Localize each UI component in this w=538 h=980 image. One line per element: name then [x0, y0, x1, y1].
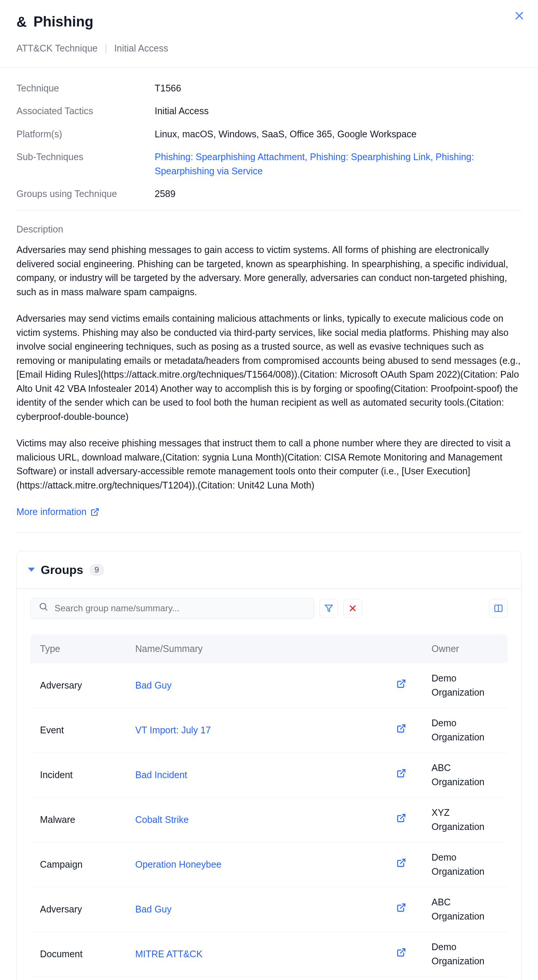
- description-divider: [16, 533, 522, 533]
- external-link-icon: [90, 508, 99, 517]
- table-row: AdversaryBad GuyDemo Organization: [30, 663, 508, 708]
- svg-line-11: [401, 725, 405, 729]
- page-header: & Phishing ATT&CK Technique | Initial Ac…: [0, 0, 538, 68]
- cell-name-link[interactable]: Bad Guy: [135, 904, 171, 914]
- groups-using-label: Groups using Technique: [16, 187, 147, 201]
- groups-header: Groups 9: [17, 551, 521, 589]
- breadcrumb-separator: |: [105, 43, 107, 53]
- cell-name-link[interactable]: Bad Incident: [135, 770, 187, 780]
- description-body: Adversaries may send phishing messages t…: [16, 243, 522, 492]
- close-icon: [514, 10, 525, 21]
- cell-name-link[interactable]: Operation Honeybee: [135, 859, 222, 870]
- col-header-type[interactable]: Type: [30, 635, 126, 663]
- more-info-label: More information: [16, 505, 87, 519]
- cell-type: Adversary: [30, 663, 126, 708]
- groups-panel: Groups 9 Type: [16, 551, 522, 980]
- platforms-label: Platform(s): [16, 127, 147, 142]
- more-info-link[interactable]: More information: [16, 505, 99, 519]
- table-row: EventVT Import: July 17Demo Organization: [30, 708, 508, 753]
- info-divider: [16, 210, 522, 210]
- clear-filter-button[interactable]: [343, 599, 362, 617]
- cell-type: Incident: [30, 753, 126, 797]
- svg-line-16: [401, 949, 405, 953]
- info-table: Technique T1566 Associated Tactics Initi…: [16, 68, 522, 201]
- svg-marker-5: [325, 605, 332, 611]
- table-row: CampaignOperation HoneybeeDemo Organizat…: [30, 842, 508, 887]
- cell-type: Document: [30, 932, 126, 977]
- cell-name-link[interactable]: Cobalt Strike: [135, 814, 189, 825]
- table-row: MalwareCobalt StrikeXYZ Organization: [30, 797, 508, 842]
- clear-icon: [348, 603, 358, 613]
- cell-type: Adversary: [30, 887, 126, 932]
- collapse-toggle-icon[interactable]: [28, 568, 35, 572]
- filter-icon: [324, 603, 334, 613]
- groups-using-value: 2589: [155, 187, 522, 201]
- columns-button[interactable]: [489, 599, 508, 617]
- svg-line-12: [401, 770, 405, 774]
- svg-line-2: [94, 509, 98, 513]
- technique-type-icon: &: [16, 15, 27, 29]
- open-external-button[interactable]: [396, 948, 406, 957]
- close-button[interactable]: [512, 8, 527, 23]
- groups-toolbar: [17, 589, 521, 627]
- table-row: DocumentMITRE ATT&CKDemo Organization: [30, 932, 508, 977]
- cell-type: Threat: [30, 977, 126, 980]
- search-input[interactable]: [30, 598, 314, 619]
- technique-label: Technique: [16, 81, 147, 95]
- cell-owner: Demo Organization: [422, 932, 508, 977]
- cell-name-link[interactable]: VT Import: July 17: [135, 725, 211, 735]
- svg-line-14: [401, 859, 405, 864]
- svg-line-4: [45, 608, 47, 610]
- cell-owner: ABC Organization: [422, 753, 508, 797]
- description-para: Adversaries may send phishing messages t…: [16, 243, 522, 299]
- subtechniques-link[interactable]: Phishing: Spearphishing Attachment, Phis…: [155, 151, 474, 176]
- col-header-owner[interactable]: Owner: [422, 635, 508, 663]
- open-external-button[interactable]: [396, 679, 406, 689]
- table-row: ThreatT1566 PhishingDemo Organization: [30, 977, 508, 980]
- description-label: Description: [16, 223, 522, 237]
- groups-table: Type Name/Summary Owner AdversaryBad Guy…: [30, 635, 508, 980]
- table-row: IncidentBad IncidentABC Organization: [30, 753, 508, 797]
- tactics-label: Associated Tactics: [16, 104, 147, 118]
- open-external-button[interactable]: [396, 813, 406, 823]
- cell-owner: Demo Organization: [422, 708, 508, 753]
- cell-owner: Demo Organization: [422, 842, 508, 887]
- cell-owner: Demo Organization: [422, 663, 508, 708]
- tactics-value: Initial Access: [155, 104, 522, 118]
- open-external-button[interactable]: [396, 903, 406, 912]
- filter-button[interactable]: [319, 599, 338, 617]
- cell-owner: XYZ Organization: [422, 797, 508, 842]
- cell-type: Campaign: [30, 842, 126, 887]
- cell-name-link[interactable]: MITRE ATT&CK: [135, 949, 203, 959]
- page-title: Phishing: [33, 11, 93, 32]
- columns-icon: [493, 603, 503, 613]
- col-header-ext: [381, 635, 422, 663]
- breadcrumb: ATT&CK Technique | Initial Access: [16, 41, 522, 56]
- open-external-button[interactable]: [396, 858, 406, 868]
- svg-line-13: [401, 814, 405, 819]
- groups-title: Groups: [41, 561, 83, 579]
- search-icon: [38, 601, 48, 616]
- breadcrumb-level1[interactable]: ATT&CK Technique: [16, 43, 97, 53]
- description-para: Victims may also receive phishing messag…: [16, 436, 522, 492]
- svg-line-15: [401, 904, 405, 908]
- groups-count-badge: 9: [89, 564, 104, 576]
- subtechniques-label: Sub-Techniques: [16, 150, 147, 178]
- cell-type: Malware: [30, 797, 126, 842]
- cell-owner: Demo Organization: [422, 977, 508, 980]
- svg-line-10: [401, 680, 405, 684]
- cell-owner: ABC Organization: [422, 887, 508, 932]
- technique-value: T1566: [155, 81, 522, 95]
- col-header-name[interactable]: Name/Summary: [126, 635, 381, 663]
- breadcrumb-level2[interactable]: Initial Access: [114, 43, 169, 53]
- description-para: Adversaries may send victims emails cont…: [16, 312, 522, 423]
- table-row: AdversaryBad GuyABC Organization: [30, 887, 508, 932]
- cell-type: Event: [30, 708, 126, 753]
- platforms-value: Linux, macOS, Windows, SaaS, Office 365,…: [155, 127, 522, 142]
- open-external-button[interactable]: [396, 768, 406, 778]
- open-external-button[interactable]: [396, 724, 406, 733]
- cell-name-link[interactable]: Bad Guy: [135, 680, 171, 690]
